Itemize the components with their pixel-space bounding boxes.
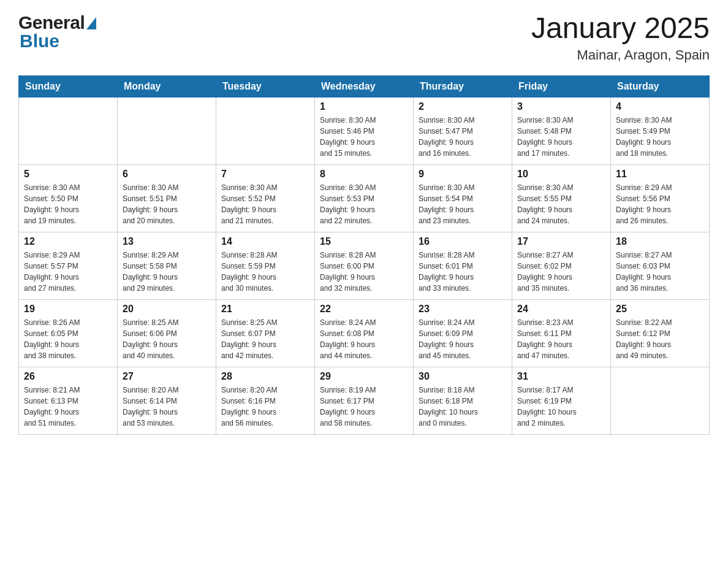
day-number: 5 bbox=[24, 169, 112, 180]
logo-general-text: General bbox=[18, 12, 85, 33]
day-number: 22 bbox=[320, 304, 408, 315]
day-info: Sunrise: 8:29 AM Sunset: 5:58 PM Dayligh… bbox=[123, 250, 211, 294]
calendar-cell: 28Sunrise: 8:20 AM Sunset: 6:16 PM Dayli… bbox=[216, 367, 315, 434]
column-header-sunday: Sunday bbox=[19, 75, 118, 97]
day-info: Sunrise: 8:24 AM Sunset: 6:09 PM Dayligh… bbox=[419, 317, 507, 361]
day-number: 31 bbox=[517, 371, 605, 382]
calendar-cell: 14Sunrise: 8:28 AM Sunset: 5:59 PM Dayli… bbox=[216, 232, 315, 299]
calendar-cell: 5Sunrise: 8:30 AM Sunset: 5:50 PM Daylig… bbox=[19, 164, 118, 232]
day-info: Sunrise: 8:24 AM Sunset: 6:08 PM Dayligh… bbox=[320, 317, 408, 361]
day-number: 27 bbox=[123, 371, 211, 382]
day-number: 18 bbox=[616, 236, 704, 247]
day-number: 19 bbox=[24, 304, 112, 315]
day-number: 21 bbox=[221, 304, 309, 315]
calendar-cell: 7Sunrise: 8:30 AM Sunset: 5:52 PM Daylig… bbox=[216, 164, 315, 232]
calendar-cell: 1Sunrise: 8:30 AM Sunset: 5:46 PM Daylig… bbox=[315, 97, 414, 164]
calendar-cell bbox=[216, 97, 315, 164]
day-number: 20 bbox=[123, 304, 211, 315]
day-info: Sunrise: 8:29 AM Sunset: 5:57 PM Dayligh… bbox=[24, 250, 112, 294]
calendar-cell: 11Sunrise: 8:29 AM Sunset: 5:56 PM Dayli… bbox=[611, 164, 710, 232]
day-number: 12 bbox=[24, 236, 112, 247]
day-number: 13 bbox=[123, 236, 211, 247]
column-header-thursday: Thursday bbox=[414, 75, 512, 97]
day-number: 1 bbox=[320, 101, 408, 112]
day-number: 25 bbox=[616, 304, 704, 315]
calendar-subtitle: Mainar, Aragon, Spain bbox=[531, 47, 710, 63]
logo-triangle-icon bbox=[86, 17, 96, 29]
calendar-cell: 22Sunrise: 8:24 AM Sunset: 6:08 PM Dayli… bbox=[315, 299, 414, 367]
calendar-cell: 13Sunrise: 8:29 AM Sunset: 5:58 PM Dayli… bbox=[118, 232, 216, 299]
calendar-cell: 4Sunrise: 8:30 AM Sunset: 5:49 PM Daylig… bbox=[611, 97, 710, 164]
day-info: Sunrise: 8:23 AM Sunset: 6:11 PM Dayligh… bbox=[517, 317, 605, 361]
calendar-cell bbox=[118, 97, 216, 164]
calendar-week-row: 19Sunrise: 8:26 AM Sunset: 6:05 PM Dayli… bbox=[19, 299, 710, 367]
logo-blue-text: Blue bbox=[20, 31, 59, 52]
day-info: Sunrise: 8:26 AM Sunset: 6:05 PM Dayligh… bbox=[24, 317, 112, 361]
calendar-cell: 8Sunrise: 8:30 AM Sunset: 5:53 PM Daylig… bbox=[315, 164, 414, 232]
day-number: 7 bbox=[221, 169, 309, 180]
day-number: 4 bbox=[616, 101, 704, 112]
calendar-cell: 2Sunrise: 8:30 AM Sunset: 5:47 PM Daylig… bbox=[414, 97, 512, 164]
day-info: Sunrise: 8:21 AM Sunset: 6:13 PM Dayligh… bbox=[24, 385, 112, 429]
calendar-cell: 29Sunrise: 8:19 AM Sunset: 6:17 PM Dayli… bbox=[315, 367, 414, 434]
calendar-header-row: SundayMondayTuesdayWednesdayThursdayFrid… bbox=[19, 75, 710, 97]
calendar-cell: 15Sunrise: 8:28 AM Sunset: 6:00 PM Dayli… bbox=[315, 232, 414, 299]
day-number: 17 bbox=[517, 236, 605, 247]
calendar-cell: 23Sunrise: 8:24 AM Sunset: 6:09 PM Dayli… bbox=[414, 299, 512, 367]
day-number: 3 bbox=[517, 101, 605, 112]
day-number: 11 bbox=[616, 169, 704, 180]
day-info: Sunrise: 8:28 AM Sunset: 6:01 PM Dayligh… bbox=[419, 250, 507, 294]
day-info: Sunrise: 8:27 AM Sunset: 6:03 PM Dayligh… bbox=[616, 250, 704, 294]
calendar-cell: 26Sunrise: 8:21 AM Sunset: 6:13 PM Dayli… bbox=[19, 367, 118, 434]
day-number: 16 bbox=[419, 236, 507, 247]
calendar-week-row: 26Sunrise: 8:21 AM Sunset: 6:13 PM Dayli… bbox=[19, 367, 710, 434]
day-info: Sunrise: 8:30 AM Sunset: 5:48 PM Dayligh… bbox=[517, 115, 605, 159]
calendar-week-row: 1Sunrise: 8:30 AM Sunset: 5:46 PM Daylig… bbox=[19, 97, 710, 164]
calendar-cell: 18Sunrise: 8:27 AM Sunset: 6:03 PM Dayli… bbox=[611, 232, 710, 299]
day-info: Sunrise: 8:25 AM Sunset: 6:06 PM Dayligh… bbox=[123, 317, 211, 361]
calendar-cell bbox=[19, 97, 118, 164]
day-info: Sunrise: 8:30 AM Sunset: 5:55 PM Dayligh… bbox=[517, 182, 605, 226]
day-info: Sunrise: 8:30 AM Sunset: 5:47 PM Dayligh… bbox=[419, 115, 507, 159]
day-info: Sunrise: 8:30 AM Sunset: 5:49 PM Dayligh… bbox=[616, 115, 704, 159]
day-number: 15 bbox=[320, 236, 408, 247]
column-header-wednesday: Wednesday bbox=[315, 75, 414, 97]
title-block: January 2025 Mainar, Aragon, Spain bbox=[531, 12, 710, 63]
day-number: 24 bbox=[517, 304, 605, 315]
day-info: Sunrise: 8:28 AM Sunset: 6:00 PM Dayligh… bbox=[320, 250, 408, 294]
calendar-cell: 10Sunrise: 8:30 AM Sunset: 5:55 PM Dayli… bbox=[512, 164, 611, 232]
day-number: 28 bbox=[221, 371, 309, 382]
column-header-monday: Monday bbox=[118, 75, 216, 97]
day-number: 26 bbox=[24, 371, 112, 382]
calendar-table: SundayMondayTuesdayWednesdayThursdayFrid… bbox=[18, 75, 710, 435]
logo: General Blue bbox=[18, 12, 96, 52]
day-number: 30 bbox=[419, 371, 507, 382]
day-info: Sunrise: 8:30 AM Sunset: 5:51 PM Dayligh… bbox=[123, 182, 211, 226]
day-info: Sunrise: 8:20 AM Sunset: 6:16 PM Dayligh… bbox=[221, 385, 309, 429]
calendar-week-row: 5Sunrise: 8:30 AM Sunset: 5:50 PM Daylig… bbox=[19, 164, 710, 232]
calendar-cell: 6Sunrise: 8:30 AM Sunset: 5:51 PM Daylig… bbox=[118, 164, 216, 232]
day-number: 9 bbox=[419, 169, 507, 180]
day-info: Sunrise: 8:30 AM Sunset: 5:54 PM Dayligh… bbox=[419, 182, 507, 226]
day-number: 6 bbox=[123, 169, 211, 180]
day-info: Sunrise: 8:17 AM Sunset: 6:19 PM Dayligh… bbox=[517, 385, 605, 429]
calendar-cell: 17Sunrise: 8:27 AM Sunset: 6:02 PM Dayli… bbox=[512, 232, 611, 299]
day-info: Sunrise: 8:22 AM Sunset: 6:12 PM Dayligh… bbox=[616, 317, 704, 361]
column-header-tuesday: Tuesday bbox=[216, 75, 315, 97]
day-info: Sunrise: 8:25 AM Sunset: 6:07 PM Dayligh… bbox=[221, 317, 309, 361]
calendar-cell: 31Sunrise: 8:17 AM Sunset: 6:19 PM Dayli… bbox=[512, 367, 611, 434]
day-info: Sunrise: 8:30 AM Sunset: 5:52 PM Dayligh… bbox=[221, 182, 309, 226]
calendar-cell: 3Sunrise: 8:30 AM Sunset: 5:48 PM Daylig… bbox=[512, 97, 611, 164]
day-info: Sunrise: 8:19 AM Sunset: 6:17 PM Dayligh… bbox=[320, 385, 408, 429]
day-number: 29 bbox=[320, 371, 408, 382]
calendar-cell: 25Sunrise: 8:22 AM Sunset: 6:12 PM Dayli… bbox=[611, 299, 710, 367]
calendar-cell bbox=[611, 367, 710, 434]
day-info: Sunrise: 8:30 AM Sunset: 5:53 PM Dayligh… bbox=[320, 182, 408, 226]
day-info: Sunrise: 8:30 AM Sunset: 5:50 PM Dayligh… bbox=[24, 182, 112, 226]
day-info: Sunrise: 8:29 AM Sunset: 5:56 PM Dayligh… bbox=[616, 182, 704, 226]
calendar-cell: 9Sunrise: 8:30 AM Sunset: 5:54 PM Daylig… bbox=[414, 164, 512, 232]
column-header-friday: Friday bbox=[512, 75, 611, 97]
page-header: General Blue January 2025 Mainar, Aragon… bbox=[18, 12, 710, 63]
day-info: Sunrise: 8:18 AM Sunset: 6:18 PM Dayligh… bbox=[419, 385, 507, 429]
day-number: 23 bbox=[419, 304, 507, 315]
